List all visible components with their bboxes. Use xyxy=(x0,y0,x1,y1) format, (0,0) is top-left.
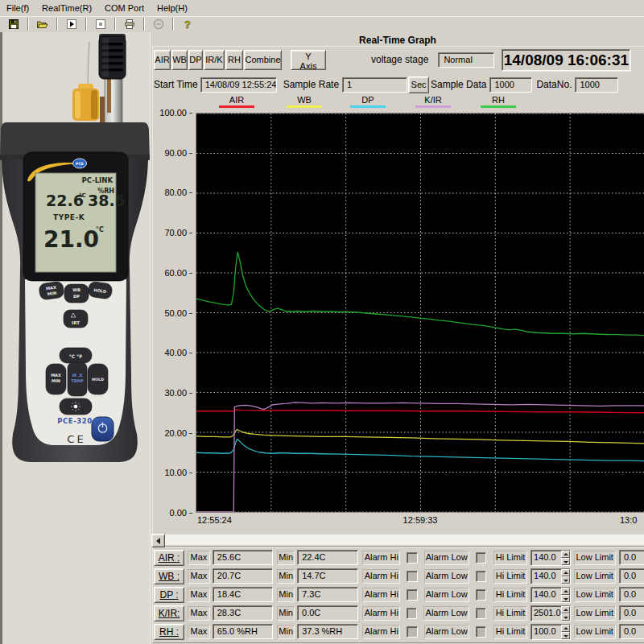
scrollbar-track[interactable] xyxy=(165,534,644,546)
hi-limit-value: 100.0 xyxy=(531,625,561,639)
spinner-buttons[interactable] xyxy=(561,606,570,621)
stop-icon xyxy=(94,18,107,31)
hi-limit-spinner[interactable]: 140.0 xyxy=(530,568,571,584)
spin-down-icon[interactable] xyxy=(561,632,570,639)
legend-swatch-wb xyxy=(287,105,322,108)
y-tick-label: 20.00 xyxy=(164,428,192,438)
hi-limit-spinner[interactable]: 140.0 xyxy=(530,587,571,603)
print-button[interactable] xyxy=(116,17,143,32)
open-button[interactable] xyxy=(29,17,56,32)
channel-label-button[interactable]: K/IR: xyxy=(154,605,184,621)
alarm-low-label: Alarm Low xyxy=(423,606,469,621)
spin-down-icon[interactable] xyxy=(561,576,570,584)
help-button[interactable]: ? xyxy=(174,17,201,32)
y-axis-labels: 100.0090.0080.0070.0060.0050.0040.0030.0… xyxy=(151,113,194,513)
alarm-hi-checkbox[interactable] xyxy=(407,571,417,582)
alarm-hi-checkbox[interactable] xyxy=(407,552,417,564)
menu-realtime[interactable]: RealTime(R) xyxy=(35,2,98,14)
spinner-buttons[interactable] xyxy=(561,625,570,639)
hi-limit-label: Hi Limit xyxy=(493,625,527,639)
print-icon xyxy=(123,18,136,31)
y-tick-label: 10.00 xyxy=(164,468,192,477)
data-no-value: 1000 xyxy=(575,77,618,93)
alarm-hi-label: Alarm Hi xyxy=(362,625,400,639)
realtime-graph-panel: Real-Time Graph AIR WB DP IR/K RH Combin… xyxy=(150,32,644,644)
alarm-low-checkbox[interactable] xyxy=(476,552,486,564)
lcd-air-temp-unit: °C xyxy=(79,192,86,199)
key-ir-k-temp: IR .K xyxy=(72,373,83,378)
sample-rate-input[interactable]: 1 xyxy=(342,77,407,93)
alarm-hi-checkbox[interactable] xyxy=(407,608,417,619)
alarm-low-checkbox[interactable] xyxy=(476,608,486,619)
sample-rate-unit-button[interactable]: Sec xyxy=(408,76,429,93)
spinner-buttons[interactable] xyxy=(561,569,570,584)
spin-up-icon[interactable] xyxy=(561,551,570,558)
key-wb-dp: WB xyxy=(72,287,80,292)
sampling-controls-row: Start Time 14/08/09 12:55:24 Sample Rate… xyxy=(154,76,618,93)
y-tick-label: 100.00 xyxy=(159,108,192,118)
spinner-buttons[interactable] xyxy=(561,588,570,602)
spin-up-icon[interactable] xyxy=(561,588,570,595)
stop-realtime-button[interactable] xyxy=(87,17,114,32)
alarm-low-checkbox[interactable] xyxy=(476,589,486,601)
save-icon xyxy=(7,18,20,31)
channel-label-button[interactable]: WB : xyxy=(154,568,184,584)
spin-up-icon[interactable] xyxy=(561,569,570,576)
max-label: Max xyxy=(188,606,210,621)
spin-down-icon[interactable] xyxy=(561,613,570,621)
menu-help[interactable]: Help(H) xyxy=(151,2,194,14)
horizontal-scrollbar[interactable] xyxy=(151,534,644,546)
low-limit-value: 0.0 xyxy=(619,587,644,602)
lcd-probe-type: TYPE-K xyxy=(53,213,85,221)
hi-limit-spinner[interactable]: 2501.0 xyxy=(530,605,571,621)
svg-text:DP: DP xyxy=(73,294,80,299)
alarm-low-label: Alarm Low xyxy=(424,625,469,639)
alarm-hi-checkbox[interactable] xyxy=(407,626,417,638)
low-limit-value: 0.0 xyxy=(619,550,644,565)
current-datetime-display: 14/08/09 16:06:31 xyxy=(502,49,630,71)
x-tick-label: 12:55:24 xyxy=(197,515,232,525)
start-time-label: Start Time xyxy=(154,79,198,90)
hi-limit-spinner[interactable]: 100.0 xyxy=(530,624,571,640)
lcd-status: PC-LINK xyxy=(82,176,114,184)
record-button[interactable] xyxy=(145,17,172,32)
spin-down-icon[interactable] xyxy=(561,595,570,602)
x-axis-labels: 12:55:2412:59:3313:0 xyxy=(196,515,644,528)
alarm-hi-checkbox[interactable] xyxy=(407,589,417,601)
start-realtime-button[interactable] xyxy=(58,17,85,32)
y-tick-label: 60.00 xyxy=(164,268,192,278)
lcd-air-temp: 22.6 xyxy=(46,192,84,209)
alarm-low-checkbox[interactable] xyxy=(476,571,486,582)
channel-button-dp[interactable]: DP xyxy=(188,50,203,70)
start-time-value: 14/08/09 12:55:24 xyxy=(200,77,277,93)
hi-limit-spinner[interactable]: 140.0 xyxy=(530,550,571,566)
spinner-buttons[interactable] xyxy=(561,551,570,565)
scroll-left-button[interactable] xyxy=(151,534,165,547)
channel-button-rh[interactable]: RH xyxy=(225,50,243,70)
channel-button-air[interactable]: AIR xyxy=(154,50,171,70)
low-limit-value: 0.0 xyxy=(619,568,644,584)
y-axis-button[interactable]: Y Axis xyxy=(291,50,326,70)
svg-text:IR .K: IR .K xyxy=(72,373,83,378)
alarm-low-label: Alarm Low xyxy=(424,588,469,602)
channel-label-button[interactable]: AIR : xyxy=(154,550,184,566)
alarm-table-row: AIR : Max 25.6C Min 22.4C Alarm Hi Alarm… xyxy=(154,549,644,566)
alarm-table-row: RH : Max 65.0 %RH Min 37.3 %RH Alarm Hi … xyxy=(154,623,644,640)
panel-title: Real-Time Graph xyxy=(151,35,644,46)
left-arrow-icon xyxy=(156,538,160,544)
svg-text:MAX: MAX xyxy=(51,373,61,378)
save-button[interactable] xyxy=(0,17,27,32)
spin-up-icon[interactable] xyxy=(561,606,570,613)
alarm-low-checkbox[interactable] xyxy=(476,626,486,638)
channel-button-wb[interactable]: WB xyxy=(171,50,188,70)
spin-up-icon[interactable] xyxy=(561,625,570,632)
channel-label-button[interactable]: DP : xyxy=(154,587,184,603)
y-tick-label: 0.00 xyxy=(170,508,192,518)
channel-button-combine[interactable]: Combine xyxy=(244,50,282,70)
menu-file[interactable]: File(f) xyxy=(0,2,35,14)
channel-label-button[interactable]: RH : xyxy=(154,624,184,640)
menu-com-port[interactable]: COM Port xyxy=(98,2,151,14)
alarm-table-row: WB : Max 20.7C Min 14.7C Alarm Hi Alarm … xyxy=(154,568,644,584)
spin-down-icon[interactable] xyxy=(561,558,570,565)
channel-button-irk[interactable]: IR/K xyxy=(204,50,225,70)
